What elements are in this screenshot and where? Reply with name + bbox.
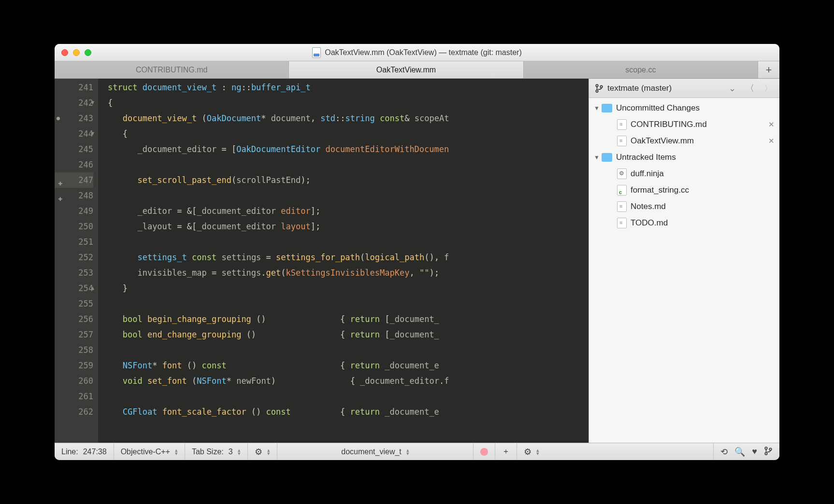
fold-toggle-icon[interactable]: ▼ [91, 95, 94, 111]
nav-forward-button[interactable]: 〉 [761, 83, 776, 94]
gutter-line[interactable]: 246 [55, 157, 93, 172]
code-area[interactable]: struct document_view_t : ng::buffer_api_… [98, 79, 589, 443]
code-line[interactable]: _layout = &[_document_editor layout]; [108, 219, 589, 234]
code-line[interactable]: _editor = &[_document_editor editor]; [108, 203, 589, 219]
zoom-window-button[interactable] [85, 49, 91, 56]
tab-bar: CONTRIBUTING.md OakTextView.mm scope.cc … [55, 61, 779, 79]
code-line[interactable]: set_scroll_past_end(scrollPastEnd); [108, 172, 589, 188]
gutter-line[interactable]: 249 [55, 203, 93, 219]
code-line[interactable]: struct document_view_t : ng::buffer_api_… [108, 80, 589, 95]
gutter-line[interactable]: 256 [55, 311, 93, 327]
gutter-line[interactable]: 254▲ [55, 280, 93, 296]
gutter-line[interactable]: 252 [55, 250, 93, 265]
sidebar-header[interactable]: textmate (master) ⌄ 〈 〉 [589, 79, 779, 98]
close-window-button[interactable] [61, 49, 68, 56]
window-title-text: OakTextView.mm (OakTextView) — textmate … [325, 48, 522, 57]
discard-change-button[interactable]: ✕ [763, 120, 775, 129]
code-line[interactable]: } [108, 280, 589, 296]
sb-symbol-picker[interactable]: document_view_t ▴▾ [277, 443, 474, 460]
sb-actions-menu[interactable]: ⚙ ▴▾ [517, 443, 714, 460]
code-line[interactable]: settings_t const settings = settings_for… [108, 250, 589, 265]
code-line[interactable]: { [108, 126, 589, 141]
gutter-line[interactable]: 248✚ [55, 188, 93, 203]
code-line[interactable]: void set_font (NSFont* newFont) { _docum… [108, 373, 589, 389]
gutter-line[interactable]: 253 [55, 265, 93, 280]
code-editor[interactable]: 241242▼243244▼245246247✚248✚249250251252… [55, 79, 589, 443]
gutter-line[interactable]: 255 [55, 296, 93, 311]
gutter-line[interactable]: 251 [55, 234, 93, 250]
tab-oaktextview[interactable]: OakTextView.mm [289, 61, 523, 78]
gutter-line[interactable]: 245 [55, 141, 93, 157]
gutter-line[interactable]: 250 [55, 219, 93, 234]
tree-group-label: Untracked Items [616, 153, 676, 162]
reload-icon[interactable]: ⟲ [720, 447, 728, 457]
svg-point-5 [769, 448, 772, 450]
folder-icon [602, 104, 612, 112]
gutter-line[interactable]: 260 [55, 373, 93, 389]
gutter-line[interactable]: 242▼ [55, 95, 93, 111]
chevron-down-icon[interactable]: ⌄ [726, 83, 739, 94]
tree-group[interactable]: ▼Uncommitted Changes [589, 100, 779, 116]
code-line[interactable]: bool end_change_grouping () { return [_d… [108, 327, 589, 342]
code-line[interactable]: document_view_t (OakDocument* document, … [108, 111, 589, 126]
fold-toggle-icon[interactable]: ▲ [91, 280, 94, 296]
disclosure-triangle-icon[interactable]: ▼ [594, 154, 602, 161]
dropdown-arrows-icon: ▴▾ [536, 448, 539, 455]
code-line[interactable]: NSFont* font () const { return _document… [108, 358, 589, 373]
tree-file-label: OakTextView.mm [631, 136, 694, 146]
search-icon[interactable]: 🔍 [734, 447, 745, 457]
sb-add-button[interactable]: ＋ [495, 443, 517, 460]
sb-tabsize-picker[interactable]: Tab Size: 3 ▴▾ [185, 443, 248, 460]
sb-language-picker[interactable]: Objective-C++ ▴▾ [114, 443, 185, 460]
discard-change-button[interactable]: ✕ [763, 137, 775, 145]
code-line[interactable]: { [108, 95, 589, 111]
sb-bundle-menu[interactable]: ⚙ ▴▾ [248, 443, 277, 460]
gutter-line[interactable]: 244▼ [55, 126, 93, 141]
sb-tabsize-label: Tab Size: [192, 448, 224, 456]
sidebar-tree[interactable]: ▼Uncommitted ChangesCONTRIBUTING.md✕OakT… [589, 98, 779, 443]
gutter-line[interactable]: 247✚ [55, 172, 93, 188]
disclosure-triangle-icon[interactable]: ▼ [594, 105, 602, 112]
code-line[interactable]: bool begin_change_grouping () { return [… [108, 311, 589, 327]
code-line[interactable] [108, 389, 589, 404]
file-icon [617, 201, 627, 212]
tree-file[interactable]: CONTRIBUTING.md✕ [589, 116, 779, 133]
sb-line[interactable]: Line: 247:38 [55, 443, 114, 460]
code-line[interactable] [108, 342, 589, 358]
code-line[interactable]: CGFloat font_scale_factor () const { ret… [108, 404, 589, 420]
code-line[interactable] [108, 296, 589, 311]
gutter[interactable]: 241242▼243244▼245246247✚248✚249250251252… [55, 79, 98, 443]
sb-recording-indicator[interactable] [474, 443, 495, 460]
gutter-line[interactable]: 243 [55, 111, 93, 126]
code-line[interactable]: invisibles_map = settings.get(kSettingsI… [108, 265, 589, 280]
tree-group[interactable]: ▼Untracked Items [589, 149, 779, 166]
gutter-line[interactable]: 259 [55, 358, 93, 373]
sidebar-repo-label: textmate (master) [607, 84, 672, 93]
tree-file[interactable]: format_string.cc [589, 182, 779, 198]
fold-toggle-icon[interactable]: ▼ [91, 126, 94, 141]
tree-file-label: format_string.cc [631, 185, 689, 195]
tab-contributing[interactable]: CONTRIBUTING.md [55, 61, 289, 78]
gutter-line[interactable]: 261 [55, 389, 93, 404]
tree-file[interactable]: duff.ninja [589, 166, 779, 182]
tree-file[interactable]: Notes.md [589, 198, 779, 215]
nav-back-button[interactable]: 〈 [743, 83, 757, 94]
tree-file-label: TODO.md [631, 218, 668, 228]
gutter-line[interactable]: 257 [55, 327, 93, 342]
scm-icon[interactable] [764, 447, 773, 455]
code-line[interactable] [108, 188, 589, 203]
code-line[interactable] [108, 234, 589, 250]
code-line[interactable] [108, 157, 589, 172]
tree-file[interactable]: TODO.md [589, 215, 779, 231]
gutter-line[interactable]: 258 [55, 342, 93, 358]
favorites-icon[interactable]: ♥ [752, 447, 757, 457]
dropdown-arrows-icon: ▴▾ [238, 448, 241, 455]
new-tab-button[interactable]: + [758, 61, 779, 78]
git-branch-icon [595, 84, 604, 93]
tab-scope[interactable]: scope.cc [524, 61, 758, 78]
minimize-window-button[interactable] [73, 49, 80, 56]
code-line[interactable]: _document_editor = [OakDocumentEditor do… [108, 141, 589, 157]
gutter-line[interactable]: 262 [55, 404, 93, 420]
gutter-line[interactable]: 241 [55, 80, 93, 95]
tree-file[interactable]: OakTextView.mm✕ [589, 133, 779, 149]
